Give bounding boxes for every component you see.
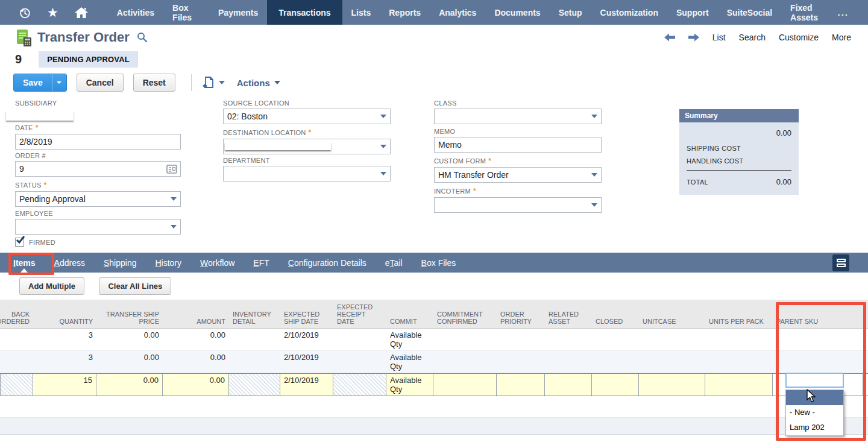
- department-select[interactable]: [223, 166, 391, 182]
- nav-item-customization[interactable]: Customization: [591, 0, 667, 25]
- cell-commitment-confirmed[interactable]: [433, 374, 497, 396]
- cell-amount[interactable]: 0.00: [163, 374, 229, 396]
- parent-sku-option-lamp-202[interactable]: Lamp 202: [786, 420, 843, 435]
- tab-box-files[interactable]: Box Files: [421, 258, 456, 268]
- department-field-group: DEPARTMENT: [223, 157, 391, 182]
- parent-sku-option-blank[interactable]: [786, 390, 843, 405]
- nav-overflow-button[interactable]: ...: [837, 7, 849, 17]
- order-number-input[interactable]: 9: [15, 161, 181, 177]
- source-location-label: SOURCE LOCATION: [223, 99, 391, 107]
- tab-configuration-details[interactable]: Configuration Details: [288, 258, 366, 268]
- subsidiary-field-group: SUBSIDIARY: [15, 99, 181, 109]
- forward-arrow-icon[interactable]: [688, 33, 699, 42]
- customize-link[interactable]: Customize: [779, 33, 819, 42]
- nav-item-reports[interactable]: Reports: [380, 0, 430, 25]
- parent-sku-option--new-[interactable]: - New -: [786, 405, 843, 420]
- tab-eft[interactable]: EFT: [253, 258, 269, 268]
- table-row-empty[interactable]: [0, 396, 868, 418]
- nav-item-box-files[interactable]: Box Files: [163, 0, 209, 25]
- record-card-icon[interactable]: [166, 165, 177, 175]
- transfer-order-icon: [15, 29, 34, 52]
- nav-item-analytics[interactable]: Analytics: [430, 0, 485, 25]
- total-label: TOTAL: [687, 178, 708, 186]
- column-header-units-per-pack: UNITS PER PACK: [705, 300, 773, 328]
- shortcuts-star-icon[interactable]: ★: [47, 6, 58, 19]
- recent-records-icon[interactable]: [18, 6, 31, 19]
- cell-units-per-pack[interactable]: [705, 374, 773, 396]
- actions-menu-button[interactable]: Actions: [237, 78, 280, 88]
- memo-input[interactable]: Memo: [434, 137, 602, 153]
- table-row[interactable]: 30.000.002/10/2019Available Qty: [0, 329, 868, 351]
- page-title: Transfer Order: [37, 30, 130, 45]
- tab-address[interactable]: Address: [54, 258, 85, 268]
- table-row-editing[interactable]: 150.000.002/10/2019Available Qty: [0, 373, 868, 396]
- column-header-order-priority: ORDER PRIORITY: [497, 300, 545, 328]
- class-field-group: CLASS: [434, 99, 602, 124]
- firmed-checkbox[interactable]: [15, 238, 24, 247]
- nav-item-documents[interactable]: Documents: [485, 0, 549, 25]
- cell-closed[interactable]: [592, 374, 639, 396]
- cell-related-asset[interactable]: [545, 374, 592, 396]
- nav-item-support[interactable]: Support: [667, 0, 718, 25]
- tab-items[interactable]: Items: [13, 258, 36, 268]
- cell-back-ordered[interactable]: [0, 374, 33, 396]
- table-row[interactable]: 30.000.002/10/2019Available Qty: [0, 351, 868, 373]
- search-icon[interactable]: [137, 32, 148, 43]
- list-link[interactable]: List: [712, 33, 726, 42]
- cell-unitcase[interactable]: [639, 374, 705, 396]
- more-link[interactable]: More: [832, 33, 851, 42]
- date-input[interactable]: 2/8/2019: [15, 134, 181, 150]
- cell-quantity: 3: [33, 351, 96, 373]
- nav-item-activities[interactable]: Activities: [108, 0, 163, 25]
- custom-form-select[interactable]: HM Transfer Order: [434, 167, 602, 183]
- home-icon[interactable]: [74, 6, 89, 19]
- save-button[interactable]: Save: [13, 74, 67, 92]
- tab-history[interactable]: History: [155, 258, 181, 268]
- add-multiple-button[interactable]: Add Multiple: [19, 277, 84, 295]
- search-link[interactable]: Search: [739, 33, 766, 42]
- clear-all-lines-button[interactable]: Clear All Lines: [99, 277, 171, 295]
- cancel-button[interactable]: Cancel: [77, 74, 124, 92]
- cell-ship-price[interactable]: 0.00: [96, 374, 163, 396]
- column-header-closed: CLOSED: [592, 300, 639, 328]
- column-header-receipt-date: EXPECTED RECEIPT DATE: [333, 300, 386, 328]
- add-record-button[interactable]: [201, 75, 225, 90]
- cell-order-priority: [497, 351, 545, 373]
- nav-item-lists[interactable]: Lists: [342, 0, 380, 25]
- cell-closed: [592, 351, 639, 373]
- column-header-quantity: QUANTITY: [33, 300, 96, 328]
- incoterm-select[interactable]: [434, 197, 602, 213]
- tab-workflow[interactable]: Workflow: [200, 258, 234, 268]
- cell-order-priority[interactable]: [497, 374, 545, 396]
- table-footer-strip: [0, 418, 868, 435]
- save-dropdown-arrow[interactable]: [52, 74, 66, 91]
- cell-commit[interactable]: Available Qty: [386, 374, 433, 396]
- netsuite-transfer-order-page: ★ ActivitiesBox FilesPaymentsTransaction…: [0, 0, 868, 442]
- department-label: DEPARTMENT: [223, 157, 391, 164]
- employee-select[interactable]: [15, 219, 181, 235]
- class-select[interactable]: [434, 109, 602, 124]
- nav-item-suitesocial[interactable]: SuiteSocial: [718, 0, 781, 25]
- nav-item-fixed-assets[interactable]: Fixed Assets: [781, 0, 837, 25]
- cell-commitment-confirmed: [433, 351, 497, 373]
- firmed-label: FIRMED: [29, 239, 55, 246]
- list-view-toggle-button[interactable]: [832, 254, 849, 271]
- cell-quantity[interactable]: 15: [33, 374, 96, 396]
- summary-panel: Summary 0.00 SHIPPING COST HANDLING COST…: [679, 109, 799, 195]
- tab-etail[interactable]: eTail: [385, 258, 403, 268]
- items-table: BACK ORDEREDQUANTITYTRANSFER SHIP PRICEA…: [0, 300, 868, 435]
- tab-shipping[interactable]: Shipping: [104, 258, 137, 268]
- destination-location-select[interactable]: [223, 139, 391, 154]
- source-location-select[interactable]: 02: Boston: [223, 109, 391, 124]
- cell-receipt-date[interactable]: [333, 374, 386, 396]
- nav-item-setup[interactable]: Setup: [550, 0, 591, 25]
- cell-inventory-detail[interactable]: [229, 374, 280, 396]
- reset-button[interactable]: Reset: [133, 74, 175, 92]
- status-select[interactable]: Pending Approval: [15, 191, 181, 207]
- parent-sku-input[interactable]: [785, 373, 844, 388]
- cell-ship-date[interactable]: 2/10/2019: [280, 374, 333, 396]
- column-header-back-ordered: BACK ORDERED: [0, 300, 33, 328]
- nav-item-transactions[interactable]: Transactions: [267, 0, 342, 25]
- back-arrow-icon[interactable]: [664, 33, 675, 42]
- nav-item-payments[interactable]: Payments: [209, 0, 267, 25]
